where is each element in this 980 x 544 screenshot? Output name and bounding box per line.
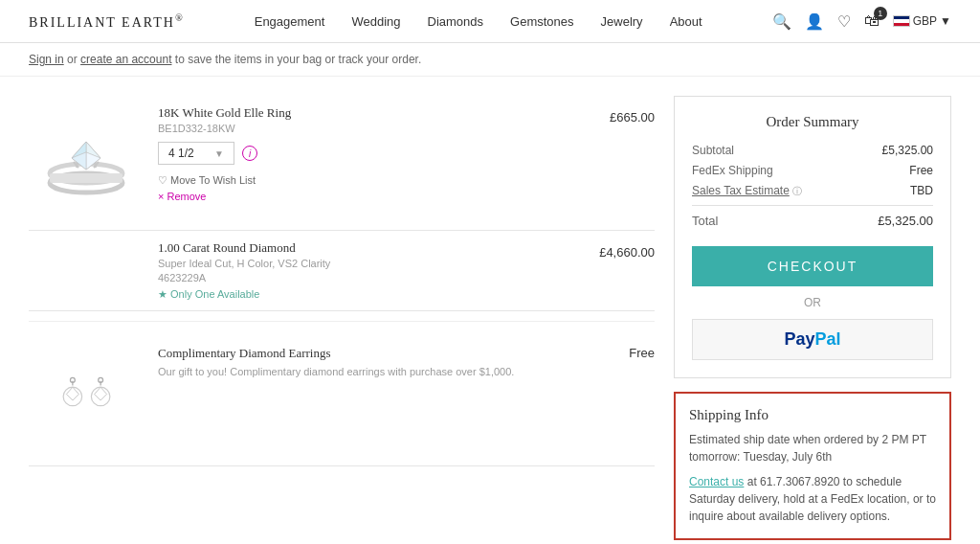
size-dropdown[interactable]: 4 1/2 ▼ (158, 142, 234, 165)
nav-wedding[interactable]: Wedding (351, 14, 400, 29)
header: BRILLIANT EARTH® Engagement Wedding Diam… (0, 0, 980, 43)
signin-or-text: or (67, 53, 80, 66)
ring-actions: Move To Wish List Remove (158, 174, 291, 202)
contact-us-link[interactable]: Contact us (689, 475, 744, 488)
diamond-id: 4623229A (158, 272, 330, 283)
diamond-name: 1.00 Carat Round Diamond (158, 240, 330, 256)
tax-row: Sales Tax Estimate ⓘ TBD (692, 184, 933, 198)
ring-image (33, 127, 139, 199)
cart-section: 18K White Gold Elle Ring BE1D332-18KW 4 … (29, 96, 655, 524)
tax-link[interactable]: Sales Tax Estimate (692, 184, 790, 197)
ring-name: 18K White Gold Elle Ring (158, 105, 291, 121)
ring-info: 18K White Gold Elle Ring BE1D332-18KW 4 … (158, 105, 291, 202)
total-value: £5,325.00 (878, 214, 933, 228)
wishlist-button[interactable]: Move To Wish List (158, 174, 291, 187)
earrings-info: Complimentary Diamond Earrings Our gift … (158, 346, 514, 379)
currency-selector[interactable]: GBP ▼ (893, 14, 951, 28)
svg-rect-2 (50, 173, 122, 183)
nav-engagement[interactable]: Engagement (255, 14, 325, 29)
nav-about[interactable]: About (670, 14, 702, 29)
ring-info-icon[interactable]: i (242, 146, 257, 161)
ring-image-container (29, 105, 144, 220)
chevron-down-icon: ▼ (214, 148, 224, 159)
shipping-row: FedEx Shipping Free (692, 164, 933, 177)
ring-price: £665.00 (610, 105, 655, 202)
shipping-value: Free (909, 164, 933, 177)
account-icon[interactable]: 👤 (805, 12, 824, 31)
diamond-availability: Only One Available (158, 288, 330, 301)
search-icon[interactable]: 🔍 (772, 12, 791, 31)
wishlist-icon[interactable]: ♡ (837, 12, 851, 31)
nav-gemstones[interactable]: Gemstones (510, 14, 573, 29)
order-summary-section: Order Summary Subtotal £5,325.00 FedEx S… (674, 96, 951, 524)
subtotal-value: £5,325.00 (882, 144, 933, 157)
cart-item-earrings: Complimentary Diamond Earrings Our gift … (29, 331, 655, 466)
paypal-logo: PayPal (784, 329, 840, 350)
cart-item-diamond: 1.00 Carat Round Diamond Super Ideal Cut… (29, 231, 655, 311)
logo[interactable]: BRILLIANT EARTH® (29, 12, 185, 31)
chevron-down-icon: ▼ (940, 14, 951, 28)
earrings-image (56, 374, 118, 422)
subtotal-label: Subtotal (692, 144, 734, 157)
create-account-link[interactable]: create an account (80, 53, 171, 66)
main-nav: Engagement Wedding Diamonds Gemstones Je… (255, 14, 702, 29)
nav-diamonds[interactable]: Diamonds (428, 14, 484, 29)
shipping-contact-text: Contact us at 61.7.3067.8920 to schedule… (689, 473, 936, 525)
signin-suffix-text: to save the items in your bag or track y… (175, 53, 421, 66)
diamond-details: 1.00 Carat Round Diamond Super Ideal Cut… (158, 240, 655, 301)
ring-sku: BE1D332-18KW (158, 123, 291, 134)
header-icons: 🔍 👤 ♡ 🛍 1 GBP ▼ (772, 12, 951, 31)
paypal-button[interactable]: PayPal (692, 319, 933, 360)
order-summary-title: Order Summary (692, 114, 933, 130)
tax-label: Sales Tax Estimate ⓘ (692, 184, 802, 198)
remove-button[interactable]: Remove (158, 191, 291, 202)
cart-badge: 1 (874, 7, 887, 20)
checkout-button[interactable]: CHECKOUT (692, 246, 933, 286)
nav-jewelry[interactable]: Jewelry (601, 14, 643, 29)
subtotal-row: Subtotal £5,325.00 (692, 144, 933, 157)
earrings-image-container (29, 341, 144, 456)
earrings-details: Complimentary Diamond Earrings Our gift … (158, 341, 655, 456)
earrings-price: Free (629, 346, 655, 360)
tax-value: TBD (910, 184, 933, 198)
earrings-name: Complimentary Diamond Earrings (158, 346, 514, 361)
cart-icon[interactable]: 🛍 1 (864, 12, 880, 30)
diamond-info: 1.00 Carat Round Diamond Super Ideal Cut… (158, 240, 330, 301)
total-row: Total £5,325.00 (692, 205, 933, 228)
shipping-info-title: Shipping Info (689, 407, 936, 423)
diamond-desc: Super Ideal Cut, H Color, VS2 Clarity (158, 258, 330, 269)
size-value: 4 1/2 (168, 147, 194, 160)
ring-details: 18K White Gold Elle Ring BE1D332-18KW 4 … (158, 105, 655, 220)
cart-separator (29, 321, 655, 322)
total-label: Total (692, 214, 718, 228)
size-selector: 4 1/2 ▼ i (158, 142, 291, 165)
or-divider: OR (692, 296, 933, 309)
shipping-estimate-text: Estimated ship date when ordered by 2 PM… (689, 431, 936, 465)
tax-info-icon[interactable]: ⓘ (792, 186, 802, 196)
diamond-price: £4,660.00 (599, 240, 655, 301)
main-content: 18K White Gold Elle Ring BE1D332-18KW 4 … (0, 77, 980, 543)
shipping-label: FedEx Shipping (692, 164, 773, 177)
signin-link[interactable]: Sign in (29, 53, 64, 66)
logo-mark: ® (175, 12, 185, 23)
shipping-info-box: Shipping Info Estimated ship date when o… (674, 392, 951, 540)
flag-icon (893, 15, 910, 27)
signin-bar: Sign in or create an account to save the… (0, 43, 980, 77)
earrings-desc: Our gift to you! Complimentary diamond e… (158, 365, 514, 379)
order-summary-box: Order Summary Subtotal £5,325.00 FedEx S… (674, 96, 951, 378)
currency-label: GBP (913, 14, 937, 28)
cart-item-ring: 18K White Gold Elle Ring BE1D332-18KW 4 … (29, 96, 655, 231)
